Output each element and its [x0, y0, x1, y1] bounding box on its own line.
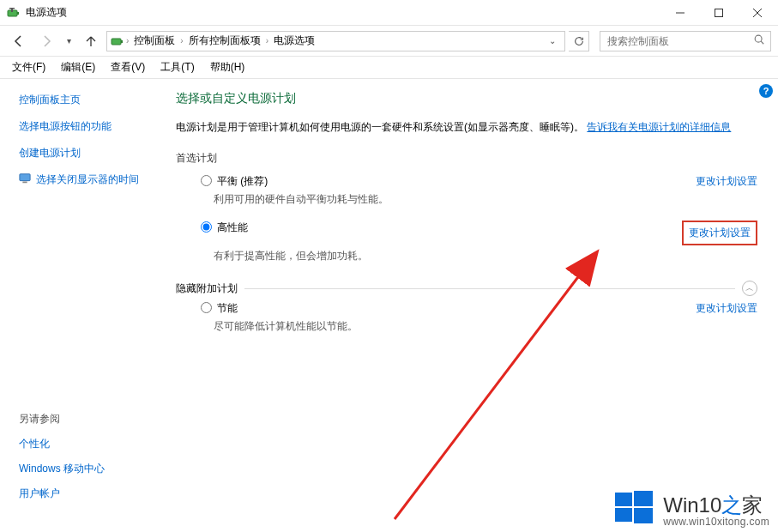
sidebar-link-create-plan[interactable]: 创建电源计划 [19, 146, 157, 160]
sidebar: 控制面板主页 选择电源按钮的功能 创建电源计划 选择关闭显示器的时间 另请参阅 … [0, 79, 167, 532]
plan-balanced-name[interactable]: 平衡 (推荐) [217, 174, 268, 189]
up-button[interactable] [79, 29, 103, 53]
refresh-button[interactable] [569, 31, 589, 51]
watermark-brand: Win10之家 [663, 493, 763, 517]
svg-rect-9 [22, 182, 27, 184]
maximize-button[interactable] [699, 0, 738, 26]
forward-button[interactable] [34, 29, 58, 53]
svg-rect-1 [17, 12, 19, 15]
svg-point-7 [755, 35, 762, 42]
sidebar-see-also-head: 另请参阅 [19, 412, 157, 426]
menu-help[interactable]: 帮助(H) [203, 57, 252, 77]
svg-rect-8 [20, 174, 30, 181]
address-bar[interactable]: › 控制面板 › 所有控制面板项 › 电源选项 ⌄ [106, 31, 565, 51]
plan-high-row: 高性能 更改计划设置 [196, 221, 757, 245]
sidebar-link-personalization[interactable]: 个性化 [19, 437, 157, 451]
svg-rect-13 [615, 508, 632, 522]
plan-balanced-row: 平衡 (推荐) 更改计划设置 [196, 174, 757, 189]
titlebar: 电源选项 [0, 0, 778, 26]
menu-view[interactable]: 查看(V) [104, 57, 152, 77]
plan-balanced-change-link[interactable]: 更改计划设置 [696, 174, 757, 189]
sidebar-link-user-accounts[interactable]: 用户帐户 [19, 487, 157, 501]
help-icon[interactable]: ? [759, 84, 773, 98]
address-dropdown[interactable]: ⌄ [544, 36, 561, 45]
menu-tools[interactable]: 工具(T) [154, 57, 201, 77]
plan-balanced-desc: 利用可用的硬件自动平衡功耗与性能。 [214, 192, 757, 207]
chevron-right-icon: › [180, 36, 183, 45]
page-description: 电源计划是用于管理计算机如何使用电源的一套硬件和系统设置(如显示器亮度、睡眠等)… [176, 118, 757, 136]
breadcrumb-all-items[interactable]: 所有控制面板项 [185, 33, 264, 48]
menu-edit[interactable]: 编辑(E) [54, 57, 102, 77]
navbar: ▾ › 控制面板 › 所有控制面板项 › 电源选项 ⌄ [0, 26, 778, 57]
search-box[interactable] [600, 31, 771, 51]
search-icon[interactable] [753, 33, 765, 48]
close-button[interactable] [738, 0, 776, 26]
chevron-right-icon: › [266, 36, 268, 45]
body: 控制面板主页 选择电源按钮的功能 创建电源计划 选择关闭显示器的时间 另请参阅 … [0, 79, 778, 532]
svg-rect-3 [9, 8, 15, 9]
plan-saver-change-link[interactable]: 更改计划设置 [696, 301, 757, 316]
plan-saver-name[interactable]: 节能 [217, 301, 238, 316]
svg-rect-4 [715, 9, 722, 16]
battery-icon [111, 34, 124, 48]
back-button[interactable] [7, 29, 31, 53]
plan-saver-row: 节能 更改计划设置 [196, 301, 757, 316]
plan-high-change-link[interactable]: 更改计划设置 [682, 221, 757, 245]
window-title: 电源选项 [26, 5, 67, 20]
battery-icon [7, 6, 21, 20]
monitor-icon [19, 172, 31, 187]
plan-balanced-radio[interactable] [201, 175, 212, 186]
page-heading: 选择或自定义电源计划 [176, 91, 757, 106]
windows-logo-icon [613, 487, 654, 529]
recent-dropdown[interactable]: ▾ [62, 29, 75, 53]
plan-high-desc: 有利于提高性能，但会增加功耗。 [214, 249, 757, 263]
menu-file[interactable]: 文件(F) [5, 57, 52, 77]
plan-saver-radio[interactable] [201, 302, 212, 313]
watermark-url: www.win10xitong.com [663, 517, 769, 529]
sidebar-home[interactable]: 控制面板主页 [19, 93, 157, 107]
chevron-right-icon: › [126, 36, 129, 45]
svg-rect-11 [615, 493, 632, 506]
sidebar-link-mobility-center[interactable]: Windows 移动中心 [19, 462, 157, 476]
preferred-plans-head: 首选计划 [176, 151, 757, 166]
svg-rect-5 [112, 39, 121, 45]
breadcrumb-power-options[interactable]: 电源选项 [270, 33, 318, 48]
svg-rect-12 [634, 491, 653, 506]
plan-high-name[interactable]: 高性能 [217, 221, 248, 235]
minimize-button[interactable] [660, 0, 699, 26]
sidebar-link-display-off[interactable]: 选择关闭显示器的时间 [19, 172, 157, 187]
menubar: 文件(F) 编辑(E) 查看(V) 工具(T) 帮助(H) [0, 57, 778, 79]
content: ? 选择或自定义电源计划 电源计划是用于管理计算机如何使用电源的一套硬件和系统设… [167, 79, 778, 532]
watermark: Win10之家 www.win10xitong.com [613, 487, 769, 529]
chevron-up-icon[interactable]: ︿ [742, 281, 757, 296]
svg-rect-6 [121, 40, 123, 43]
svg-rect-14 [634, 508, 653, 523]
breadcrumb-control-panel[interactable]: 控制面板 [130, 33, 178, 48]
plan-saver-desc: 尽可能降低计算机性能以节能。 [214, 319, 757, 334]
search-input[interactable] [606, 34, 753, 48]
hidden-plans-head[interactable]: 隐藏附加计划 ︿ [176, 281, 757, 296]
sidebar-link-power-button[interactable]: 选择电源按钮的功能 [19, 119, 157, 134]
plan-high-radio[interactable] [201, 221, 212, 233]
learn-more-link[interactable]: 告诉我有关电源计划的详细信息 [587, 121, 731, 133]
